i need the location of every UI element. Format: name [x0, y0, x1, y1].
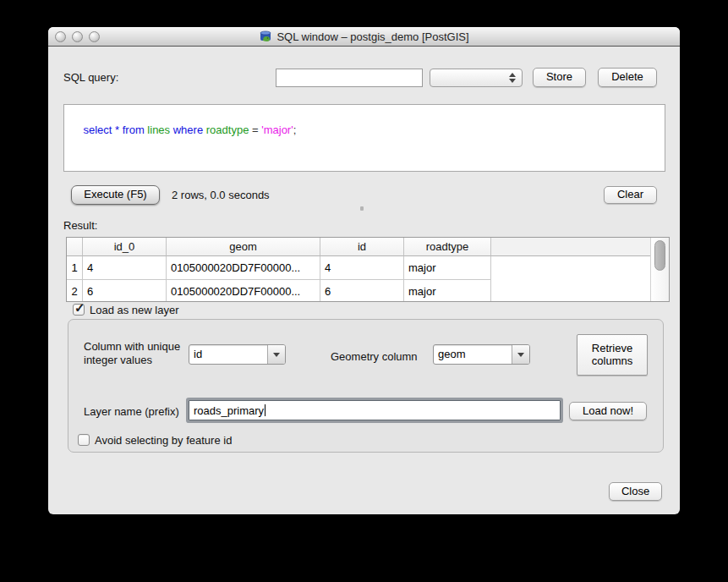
result-table-scrollbar[interactable] — [650, 238, 669, 301]
load-options-group: Column with unique integer values id Geo… — [68, 319, 664, 453]
status-text: 2 rows, 0.0 seconds — [172, 189, 270, 201]
mouse-cursor — [360, 206, 364, 211]
zoom-window-icon[interactable] — [89, 31, 100, 42]
execute-button[interactable]: Execute (F5) — [71, 185, 160, 205]
unique-column-label: Column with unique integer values — [84, 340, 180, 367]
row-number-cell[interactable]: 2 — [67, 280, 83, 302]
row-filler — [491, 280, 669, 302]
table-row[interactable]: 140105000020DD7F00000...4major — [67, 256, 669, 280]
checkmark-icon: ✓ — [74, 300, 85, 316]
postgis-db-icon — [259, 30, 272, 43]
load-as-new-layer-label: Load as new layer — [90, 304, 179, 316]
table-row[interactable]: 260105000020DD7F00000...6major — [67, 280, 669, 302]
result-table-header[interactable]: id_0geomidroadtype — [67, 238, 669, 256]
stored-query-select[interactable] — [430, 69, 523, 87]
scrollbar-thumb[interactable] — [654, 240, 665, 271]
checkbox-box[interactable] — [78, 434, 90, 446]
sql-editor[interactable]: select * from lines where roadtype = 'ma… — [63, 104, 665, 172]
table-cell[interactable]: 4 — [83, 256, 167, 280]
column-header-id_0[interactable]: id_0 — [83, 238, 167, 256]
result-label: Result: — [63, 219, 97, 232]
load-now-button[interactable]: Load now! — [569, 402, 647, 420]
sql-editor-text: select * from lines where roadtype = 'ma… — [83, 124, 296, 136]
close-window-icon[interactable] — [55, 31, 66, 42]
titlebar[interactable]: SQL window – postgis_demo [PostGIS] — [48, 27, 680, 47]
row-filler — [491, 256, 669, 280]
row-number-cell[interactable]: 1 — [67, 256, 83, 280]
row-number-header[interactable] — [67, 238, 83, 256]
geometry-column-label: Geometry column — [331, 350, 418, 363]
table-cell[interactable]: 0105000020DD7F00000... — [167, 280, 320, 302]
avoid-feature-id-checkbox[interactable]: Avoid selecting by feature id — [78, 434, 232, 447]
table-cell[interactable]: major — [404, 280, 491, 302]
load-as-new-layer-checkbox[interactable]: ✓ Load as new layer — [73, 304, 179, 316]
column-header-roadtype[interactable]: roadtype — [404, 238, 491, 256]
retrieve-columns-button[interactable]: Retrievecolumns — [577, 334, 648, 376]
avoid-feature-id-label: Avoid selecting by feature id — [95, 434, 232, 447]
header-filler — [491, 238, 669, 256]
result-table[interactable]: id_0geomidroadtype 140105000020DD7F00000… — [66, 237, 670, 302]
text-caret — [265, 404, 265, 416]
table-cell[interactable]: 6 — [83, 280, 167, 302]
geometry-column-select[interactable]: geom — [433, 344, 530, 365]
delete-button[interactable]: Delete — [598, 68, 657, 87]
clear-button[interactable]: Clear — [604, 186, 657, 204]
window-title: SQL window – postgis_demo [PostGIS] — [276, 30, 468, 43]
table-cell[interactable]: 4 — [320, 256, 404, 280]
close-button[interactable]: Close — [609, 482, 662, 501]
traffic-lights — [55, 31, 100, 42]
layer-name-label: Layer name (prefix) — [84, 405, 179, 418]
column-header-geom[interactable]: geom — [167, 238, 320, 256]
stepper-arrows-icon — [509, 73, 516, 83]
chevron-down-icon[interactable] — [267, 345, 285, 364]
unique-column-select[interactable]: id — [189, 344, 286, 365]
query-name-input[interactable] — [276, 69, 423, 87]
chevron-down-icon[interactable] — [512, 345, 529, 364]
sql-window: SQL window – postgis_demo [PostGIS] SQL … — [48, 27, 680, 514]
column-header-id[interactable]: id — [320, 238, 404, 256]
table-cell[interactable]: major — [404, 256, 491, 280]
checkbox-box[interactable]: ✓ — [73, 304, 85, 316]
table-cell[interactable]: 6 — [320, 280, 404, 302]
table-cell[interactable]: 0105000020DD7F00000... — [167, 256, 320, 280]
minimize-window-icon[interactable] — [72, 31, 83, 42]
sql-query-label: SQL query: — [63, 71, 118, 84]
result-table-body: 140105000020DD7F00000...4major2601050000… — [67, 256, 669, 302]
layer-name-input[interactable]: roads_primary — [189, 400, 561, 420]
store-button[interactable]: Store — [533, 68, 586, 87]
